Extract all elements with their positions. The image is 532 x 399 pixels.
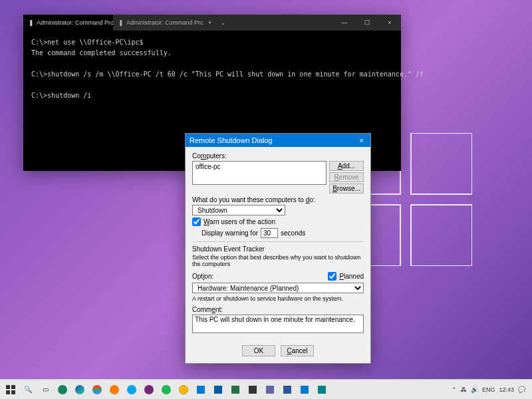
- dialog-titlebar[interactable]: Remote Shutdown Dialog ×: [186, 134, 370, 147]
- warn-label: Warn users of the action: [203, 218, 275, 225]
- taskbar-app[interactable]: [193, 382, 209, 398]
- warn-checkbox[interactable]: [192, 217, 201, 226]
- terminal-line: C:\>shutdown /i: [31, 90, 393, 101]
- taskbar-app[interactable]: [158, 382, 174, 398]
- terminal-titlebar[interactable]: ❚ Administrator: Command Prom × ❚ Admini…: [23, 15, 401, 31]
- taskbar-app[interactable]: [210, 382, 226, 398]
- comment-textarea[interactable]: This PC will shut down in one minute for…: [192, 315, 364, 333]
- tab-dropdown-icon[interactable]: ⌄: [217, 20, 229, 26]
- system-tray[interactable]: ⌃ 🖧 🔊 ENG 12:43 💬: [448, 386, 529, 393]
- planned-label: Planned: [339, 273, 364, 280]
- taskbar-app[interactable]: [124, 382, 140, 398]
- terminal-body[interactable]: C:\>net use \\Office-PC\ipc$The command …: [23, 31, 401, 108]
- start-button[interactable]: [3, 382, 19, 398]
- taskbar-app[interactable]: [297, 382, 313, 398]
- svg-rect-5: [11, 385, 15, 389]
- svg-rect-6: [6, 390, 10, 394]
- volume-icon[interactable]: 🔊: [471, 386, 478, 393]
- computers-label: Computers:: [192, 152, 364, 160]
- svg-rect-4: [6, 385, 10, 389]
- computers-list[interactable]: office-pc: [192, 161, 327, 185]
- terminal-tab-1[interactable]: ❚ Administrator: Command Prom ×: [23, 15, 113, 31]
- comment-label: Comment:: [192, 306, 364, 313]
- browse-button[interactable]: Browse...: [329, 184, 364, 194]
- tracker-desc: Select the option that best describes wh…: [192, 254, 364, 267]
- terminal-line: C:\>net use \\Office-PC\ipc$: [31, 37, 393, 48]
- task-view-icon[interactable]: ▭: [37, 382, 53, 398]
- cmd-icon: ❚: [29, 19, 34, 26]
- svg-rect-3: [411, 205, 472, 266]
- terminal-line: The command completed successfully.: [31, 48, 393, 59]
- maximize-button[interactable]: ☐: [356, 15, 378, 31]
- close-icon[interactable]: ×: [357, 136, 366, 144]
- tracker-title: Shutdown Event Tracker: [192, 245, 364, 253]
- taskbar-app[interactable]: [279, 382, 295, 398]
- notifications-icon[interactable]: 💬: [518, 386, 525, 393]
- taskbar-app[interactable]: [72, 382, 88, 398]
- action-select[interactable]: Shutdown: [192, 205, 285, 215]
- taskbar-app[interactable]: [55, 382, 70, 398]
- option-label: Option:: [192, 273, 213, 280]
- close-button[interactable]: ×: [378, 15, 401, 31]
- action-label: What do you want these computers to do:: [192, 196, 364, 203]
- network-icon[interactable]: 🖧: [461, 386, 467, 393]
- terminal-line: C:\>shutdown /s /m \\Office-PC /t 60 /c …: [31, 69, 393, 80]
- new-tab-button[interactable]: +: [203, 19, 217, 26]
- taskbar: 🔍 ▭ ⌃ 🖧 🔊 ENG 12:43 💬: [0, 379, 532, 399]
- seconds-label: seconds: [281, 229, 305, 237]
- taskbar-app[interactable]: [245, 382, 261, 398]
- taskbar-app[interactable]: [314, 382, 330, 398]
- svg-rect-1: [411, 133, 472, 194]
- minimize-button[interactable]: ―: [333, 15, 356, 31]
- reason-select[interactable]: Hardware: Maintenance (Planned): [192, 283, 364, 293]
- svg-rect-7: [11, 390, 15, 394]
- terminal-tab-2[interactable]: ❚ Administrator: Command Prom ×: [113, 15, 203, 31]
- remove-button: Remove: [329, 172, 364, 182]
- remote-shutdown-dialog: Remote Shutdown Dialog × Computers: offi…: [185, 133, 371, 364]
- tray-clock[interactable]: 12:43: [499, 386, 514, 393]
- terminal-tab-label: Administrator: Command Prom: [37, 19, 113, 26]
- option-desc: A restart or shutdown to service hardwar…: [192, 295, 364, 302]
- taskbar-app[interactable]: [141, 382, 157, 398]
- search-icon[interactable]: 🔍: [20, 382, 36, 398]
- display-warning-label: Display warning for: [201, 229, 258, 237]
- tray-language[interactable]: ENG: [482, 386, 495, 393]
- taskbar-app[interactable]: [89, 382, 105, 398]
- cancel-button[interactable]: Cancel: [281, 345, 314, 356]
- planned-checkbox[interactable]: [328, 272, 336, 281]
- ok-button[interactable]: OK: [242, 345, 275, 356]
- taskbar-app[interactable]: [227, 382, 243, 398]
- tray-chevron-icon[interactable]: ⌃: [452, 386, 457, 393]
- terminal-tab-label: Administrator: Command Prom: [126, 19, 203, 26]
- taskbar-app[interactable]: [106, 382, 122, 398]
- taskbar-app[interactable]: [262, 382, 278, 398]
- add-button[interactable]: Add...: [329, 161, 364, 171]
- taskbar-app[interactable]: [176, 382, 192, 398]
- dialog-title-text: Remote Shutdown Dialog: [190, 136, 273, 144]
- seconds-input[interactable]: [261, 228, 278, 238]
- cmd-icon: ❚: [118, 19, 124, 26]
